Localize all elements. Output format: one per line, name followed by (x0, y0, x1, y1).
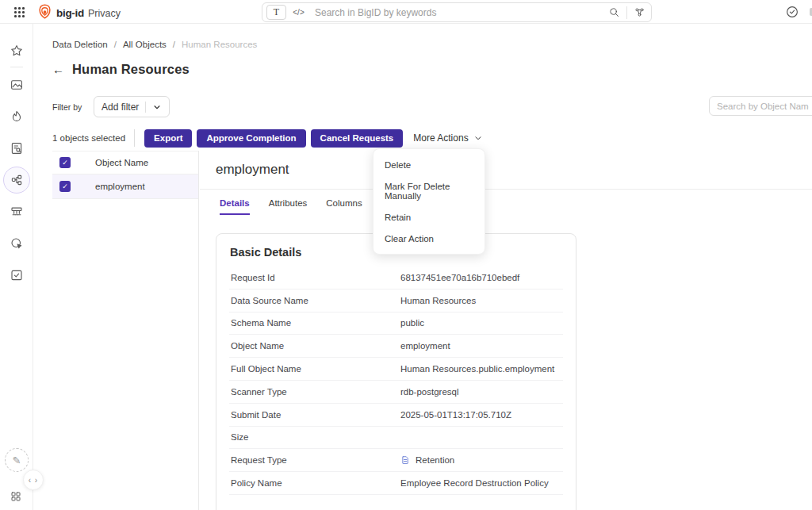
row-value: employment (400, 341, 450, 351)
row-label: Size (231, 432, 400, 442)
basic-details-card: Basic Details Request Id 68137451ee70a16… (216, 233, 576, 510)
action-divider (134, 129, 135, 147)
validation-check-icon[interactable] (10, 268, 24, 282)
detail-title: employment (216, 162, 289, 178)
chevron-down-icon (473, 133, 483, 143)
workflow-nodes-icon (10, 173, 24, 187)
detail-row-size: Size (229, 427, 563, 450)
row-value: 2025-05-01T13:17:05.710Z (400, 410, 511, 420)
table-header-row: ✓ Object Name (52, 151, 198, 174)
query-search-toggle[interactable]: </> (289, 5, 308, 20)
favorites-star-icon[interactable] (10, 44, 24, 58)
breadcrumb: Data Deletion / All Objects / Human Reso… (52, 40, 257, 49)
detail-row-object-name: Object Name employment (229, 335, 563, 358)
menu-item-retain[interactable]: Retain (373, 206, 485, 228)
topbar: big-id Privacy T </> (0, 0, 812, 24)
detail-panel: employment Details Attributes Columns Pr… (200, 151, 812, 510)
row-value: 68137451ee70a16b710ebedf (400, 273, 519, 282)
detail-row-submit-date: Submit Date 2025-05-01T13:17:05.710Z (229, 404, 563, 427)
breadcrumb-separator: / (114, 40, 117, 49)
retention-document-icon (400, 455, 410, 465)
dashboard-image-icon[interactable] (10, 78, 24, 92)
request-type-text: Retention (416, 455, 454, 465)
breadcrumb-data-deletion[interactable]: Data Deletion (52, 40, 108, 49)
back-arrow-icon[interactable]: ← (52, 63, 64, 76)
tab-details[interactable]: Details (220, 198, 250, 215)
chevron-down-icon (152, 102, 162, 112)
detail-row-schema-name: Schema Name public (229, 313, 563, 336)
sidebar-item-deletion-active[interactable] (3, 167, 30, 194)
fingerprint-shield-icon (36, 3, 53, 23)
row-label: Submit Date (231, 410, 400, 420)
detail-title-divider (200, 189, 812, 190)
filter-row: Filter by Add filter (33, 96, 812, 118)
filter-by-label: Filter by (52, 102, 82, 112)
object-name-search-input[interactable] (709, 96, 812, 116)
product-name: Privacy (88, 8, 121, 19)
action-row: 1 objects selected Export Approve Comple… (52, 128, 483, 148)
detail-row-request-id: Request Id 68137451ee70a16b710ebedf (229, 267, 563, 290)
activity-flame-icon[interactable] (10, 109, 24, 124)
row-label: Data Source Name (231, 296, 400, 305)
detail-rows: Request Id 68137451ee70a16b710ebedf Data… (229, 267, 563, 495)
row-value: Human Resources.public.employment (400, 364, 554, 374)
sidebar-collapse-button[interactable]: ‹ › (23, 470, 44, 490)
brand-name: big-id (56, 7, 84, 19)
brand-logo[interactable]: big-id Privacy (36, 3, 121, 23)
tab-columns[interactable]: Columns (326, 198, 362, 215)
row-label: Full Object Name (231, 364, 400, 374)
select-all-checkbox[interactable]: ✓ (59, 157, 71, 168)
global-search-input[interactable] (315, 7, 608, 18)
column-header-object-name[interactable]: Object Name (95, 158, 148, 167)
edit-pencil-icon[interactable]: ✎ (5, 448, 29, 472)
catalog-document-search-icon[interactable] (10, 141, 24, 155)
objects-table: ✓ Object Name ✓ employment (52, 151, 199, 510)
advanced-search-icon[interactable] (634, 6, 645, 18)
breadcrumb-current: Human Resources (182, 40, 257, 49)
detail-row-data-source-name: Data Source Name Human Resources (229, 290, 563, 313)
pencil-glyph: ✎ (13, 454, 21, 466)
more-actions-button[interactable]: More Actions (413, 132, 482, 144)
object-name-cell: employment (95, 182, 145, 191)
cancel-requests-button[interactable]: Cancel Requests (311, 129, 404, 148)
row-label: Schema Name (231, 318, 400, 328)
add-filter-label: Add filter (102, 102, 139, 113)
row-value: public (400, 318, 424, 328)
menu-item-delete[interactable]: Delete (373, 154, 485, 175)
global-search-bar[interactable]: T </> (262, 2, 652, 22)
app-launcher-icon[interactable] (14, 7, 25, 17)
data-structure-icon[interactable] (10, 205, 24, 219)
text-search-toggle[interactable]: T (266, 5, 286, 20)
row-value: Employee Record Destruction Policy (400, 478, 549, 488)
page-title-row: ← Human Resources (52, 62, 190, 77)
search-divider (626, 6, 627, 19)
detail-row-scanner-type: Scanner Type rdb-postgresql (229, 381, 563, 404)
row-label: Request Id (231, 273, 400, 282)
approve-completion-button[interactable]: Approve Completion (197, 129, 305, 148)
add-filter-divider (145, 102, 146, 113)
tab-attributes[interactable]: Attributes (269, 198, 308, 215)
menu-item-clear-action[interactable]: Clear Action (373, 228, 485, 249)
check-icon: ✓ (62, 159, 68, 167)
menu-item-mark-for-delete-manually[interactable]: Mark For Delete Manually (373, 175, 485, 206)
globe-cursor-icon[interactable] (10, 236, 24, 251)
row-label: Scanner Type (231, 387, 400, 397)
row-value: Retention (400, 455, 454, 465)
breadcrumb-all-objects[interactable]: All Objects (123, 40, 167, 49)
detail-row-policy-name: Policy Name Employee Record Destruction … (229, 472, 563, 495)
more-actions-menu: Delete Mark For Delete Manually Retain C… (373, 148, 485, 255)
detail-row-full-object-name: Full Object Name Human Resources.public.… (229, 358, 563, 381)
table-row-employment[interactable]: ✓ employment (52, 174, 198, 199)
sidebar: ✎ (0, 24, 33, 510)
main-content: Data Deletion / All Objects / Human Reso… (33, 24, 812, 510)
row-checkbox[interactable]: ✓ (59, 181, 71, 192)
search-icon[interactable] (608, 6, 620, 18)
row-label: Request Type (231, 455, 400, 465)
add-filter-button[interactable]: Add filter (94, 96, 170, 117)
row-label: Object Name (231, 341, 400, 351)
export-button[interactable]: Export (144, 129, 192, 148)
tasks-check-icon[interactable] (785, 5, 799, 19)
bottom-grid-icon[interactable] (10, 490, 22, 503)
sidebar-divider (10, 67, 23, 67)
more-actions-label: More Actions (413, 132, 468, 144)
